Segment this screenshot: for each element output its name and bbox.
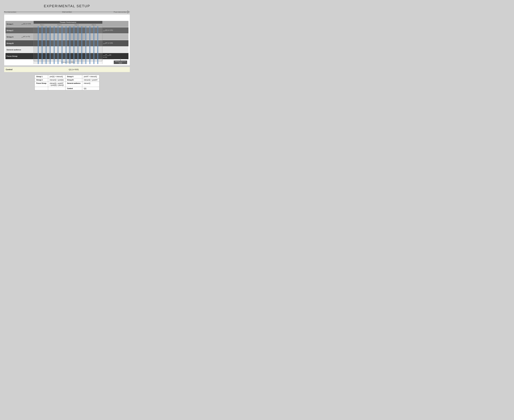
legend-control: Control <box>65 87 82 90</box>
legend-row-3: Control QQ <box>35 87 99 90</box>
phenqi-section: PhenQI (n=15, t=+1 week) <box>114 58 127 64</box>
main-container: EXPERIMENTAL SETUP Pre-intervention Inte… <box>3 3 131 92</box>
legend-general: General audience <box>65 82 82 87</box>
row-focus: Focus Group postIATpostQQ(n=30) <box>6 53 128 59</box>
parts-row: Part 1 Part 2 Part 3 Part 4 <box>34 24 102 26</box>
legend-measureGeneral: interactQ <box>82 82 99 87</box>
legend-row-1: Group 2 interactQ + postQQ Group B inter… <box>35 78 99 82</box>
diagram-area: Theater Performance Part 1 Part 2 Part 3… <box>4 14 130 66</box>
group1-label: Group 1 <box>6 23 22 25</box>
control-row: Control QQ (n=505) <box>4 67 130 72</box>
part4-label: Part 4 <box>92 24 96 26</box>
phenqi-box: PhenQI (n=15, t=+1 week) <box>114 60 127 64</box>
phase-intervention-label: Intervention <box>62 11 72 13</box>
legend-measureFocus: interactQ + postIAT+ postQQ + phenQI <box>48 82 66 87</box>
legend-group1: Group 1 <box>35 75 48 78</box>
phenqi-dashed-line <box>120 58 121 60</box>
legend-row-2: Focus Group interactQ + postIAT+ postQQ … <box>35 82 99 87</box>
groupA-pre: preIAT (n=70) <box>22 36 34 38</box>
legend-measureB: interactQ + postIAT <box>82 78 99 82</box>
phase-pre-label: Pre-intervention <box>4 11 16 13</box>
phase-post-label: Post-intervention <box>113 11 127 13</box>
page-title: EXPERIMENTAL SETUP <box>4 4 130 8</box>
legend-groupB: Group B <box>65 78 82 82</box>
timeline-header: Pre-intervention Intervention Post-inter… <box>4 10 130 14</box>
interactq-label: InteractQ (n=2604) <box>61 61 75 63</box>
groupB-label: Group B <box>6 42 22 44</box>
group1-pre: preQQ (n=193) <box>22 23 34 25</box>
legend-tbody: Group 1 preQQ + interactQ Group A preIAT… <box>35 75 99 90</box>
row-groupB: Group B postIAT (n=100) <box>6 40 128 46</box>
legend-row-0: Group 1 preQQ + interactQ Group A preIAT… <box>35 75 99 78</box>
legend-group2: Group 2 <box>35 78 48 82</box>
bracket-right <box>102 60 102 61</box>
legend-measureControl: QQ <box>82 87 99 90</box>
legend-measure1: preQQ + interactQ <box>48 75 66 78</box>
group2-label: Group 2 <box>6 30 22 31</box>
general-label: General audience <box>6 49 22 51</box>
bracket-top <box>34 61 102 61</box>
control-label: Control <box>6 68 19 71</box>
control-value: QQ (n=505) <box>19 68 128 71</box>
groupB-post: postIAT (n=100) <box>102 42 128 44</box>
theater-header: Theater Performance <box>34 21 102 24</box>
legend-table: Group 1 preQQ + interactQ Group A preIAT… <box>35 75 99 90</box>
group2-post: postQQ (n=191) <box>102 29 128 31</box>
timeline-labels: Pre-intervention Intervention Post-inter… <box>4 10 130 14</box>
interactq-section: InteractQ (n=2604) PhenQI (n=15, t=+1 we… <box>6 59 128 64</box>
row-general: General audience <box>6 47 128 53</box>
legend-measure2: interactQ + postQQ <box>48 78 66 82</box>
interactq-bracket: InteractQ (n=2604) <box>34 60 102 63</box>
groupA-label: Group A <box>6 36 22 38</box>
legend-groupA: Group A <box>65 75 82 78</box>
legend-measureA: preIAT + interactQ <box>82 75 99 78</box>
part2-label: Part 2 <box>57 24 61 26</box>
legend-empty1 <box>35 87 48 90</box>
row-groupA: Group A preIAT (n=70) <box>6 34 128 40</box>
bracket-arms <box>34 60 102 61</box>
diagram-wrapper: Theater Performance Part 1 Part 2 Part 3… <box>6 21 128 64</box>
part3-label: Part 3 <box>75 24 78 26</box>
legend-focus: Focus Group <box>35 82 48 87</box>
legend-empty2 <box>48 87 66 90</box>
focus-post: postIATpostQQ(n=30) <box>102 54 128 58</box>
part1-label: Part 1 <box>40 24 44 26</box>
row-group2: Group 2 postQQ (n=191) <box>6 27 128 33</box>
group-rows: Group 1 preQQ (n=193) Group 2 postQQ (n=… <box>6 21 128 59</box>
focus-label: Focus Group <box>6 55 22 57</box>
